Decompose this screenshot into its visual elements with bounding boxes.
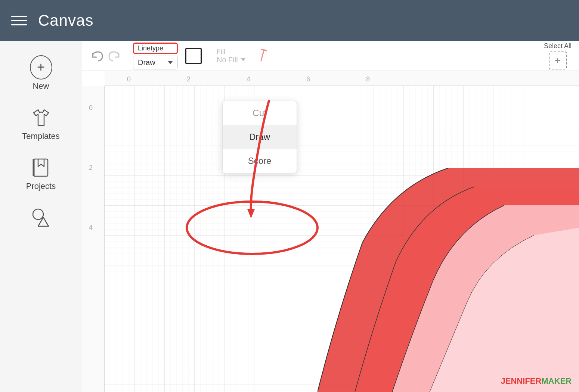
svg-text:0: 0 (127, 75, 131, 83)
header-title: Canvas (38, 12, 93, 29)
undo-redo-group (90, 49, 122, 63)
svg-text:6: 6 (306, 75, 310, 83)
pen-icon (253, 46, 273, 66)
sidebar-new-label: New (32, 81, 49, 91)
svg-text:8: 8 (366, 75, 370, 83)
header: Canvas (0, 0, 579, 41)
select-all-section: Select All + (544, 42, 572, 69)
fill-label: Fill (217, 48, 225, 56)
svg-rect-0 (34, 159, 48, 176)
canvas-area: Linetype Draw Fill No Fill (82, 41, 579, 392)
svg-text:2: 2 (187, 75, 191, 83)
svg-rect-14 (105, 86, 579, 392)
svg-text:2: 2 (89, 164, 93, 171)
select-all-icon[interactable]: + (549, 52, 567, 69)
dropdown-item-cut[interactable]: Cut (223, 101, 297, 125)
fill-dropdown-arrow-icon (241, 58, 245, 61)
grid-background (105, 86, 579, 392)
watermark-maker: MAKER (541, 376, 572, 386)
redo-button[interactable] (108, 49, 122, 63)
hamburger-menu-icon[interactable] (11, 16, 27, 25)
select-all-label: Select All (544, 42, 572, 50)
sidebar-item-templates[interactable]: Templates (0, 99, 82, 149)
linetype-label: Linetype (133, 43, 178, 54)
sidebar-projects-label: Projects (26, 181, 56, 191)
fill-value: No Fill (217, 56, 238, 64)
new-icon: + (30, 56, 52, 78)
undo-button[interactable] (90, 49, 104, 63)
plus-circle-icon: + (30, 55, 52, 80)
watermark-jennifer: JENNIFER (501, 376, 542, 386)
sidebar-templates-label: Templates (22, 131, 59, 141)
fill-color-square (185, 48, 202, 64)
fill-section: Fill No Fill (217, 48, 245, 64)
dropdown-item-score[interactable]: Score (223, 149, 297, 173)
linetype-dropdown-popup: Cut Draw Score (222, 101, 297, 173)
sidebar-item-shapes[interactable] (0, 199, 82, 236)
plus-icon: + (555, 55, 561, 66)
sidebar-item-projects[interactable]: Projects (0, 149, 82, 199)
ruler-top: 0 2 4 6 8 (105, 71, 579, 86)
toolbar: Linetype Draw Fill No Fill (82, 41, 579, 71)
templates-icon (30, 106, 52, 128)
linetype-group: Linetype Draw (133, 43, 178, 69)
shapes-icon (30, 206, 52, 228)
linetype-value: Draw (138, 58, 155, 67)
linetype-dropdown[interactable]: Draw (133, 56, 178, 69)
svg-text:4: 4 (89, 224, 93, 231)
dropdown-item-draw[interactable]: Draw (223, 125, 297, 149)
svg-point-2 (33, 209, 43, 220)
svg-text:0: 0 (89, 104, 93, 112)
projects-icon (30, 156, 52, 178)
main-layout: + New Templates (0, 41, 579, 392)
dropdown-arrow-icon (168, 61, 173, 64)
sidebar: + New Templates (0, 41, 82, 392)
watermark: JENNIFERMAKER (501, 376, 572, 386)
grid-canvas: 0 2 4 6 8 0 2 4 (82, 71, 579, 392)
fill-dropdown[interactable]: No Fill (217, 56, 245, 64)
sidebar-item-new[interactable]: + New (0, 49, 82, 99)
svg-text:4: 4 (247, 75, 250, 83)
ruler-left: 0 2 4 (82, 86, 105, 392)
